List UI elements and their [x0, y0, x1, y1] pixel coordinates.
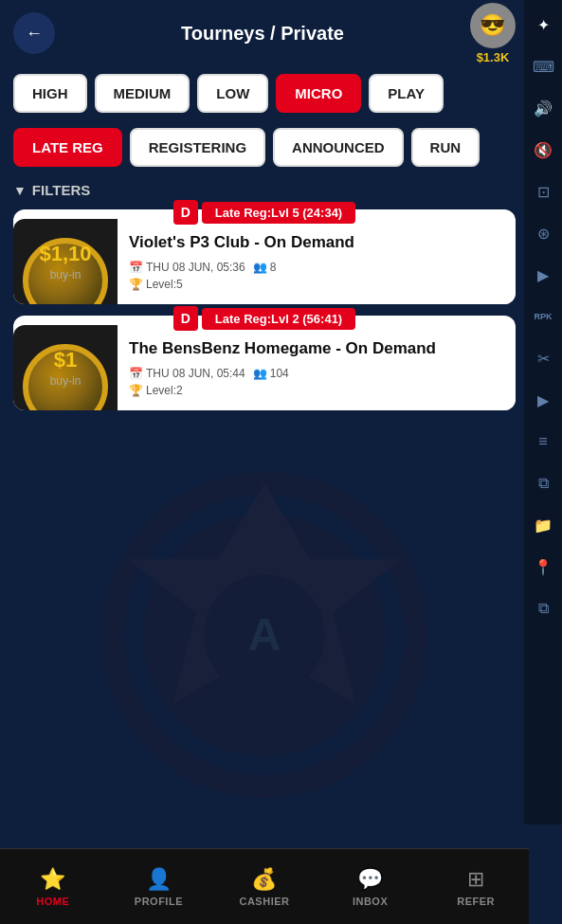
- sidebar-icon-display[interactable]: ⊡: [530, 178, 556, 205]
- sidebar-icon-keyboard[interactable]: ⌨: [530, 53, 556, 80]
- calendar-icon-1: 📅: [129, 261, 143, 274]
- sidebar-icon-menu[interactable]: ≡: [530, 428, 556, 455]
- refer-icon: ⊞: [467, 867, 484, 892]
- sidebar-icon-scissors[interactable]: ✂: [530, 345, 556, 371]
- card-2-title: The BensBenz Homegame - On Demand: [129, 338, 504, 359]
- bg-watermark: A: [27, 445, 501, 824]
- buy-in-amount-1: $1,10: [39, 242, 91, 266]
- card-1-inner: $1,10 buy-in Violet's P3 Club - On Deman…: [13, 219, 516, 304]
- profile-icon: 👤: [146, 867, 172, 892]
- badge-d-2: D: [173, 306, 198, 331]
- calendar-icon-2: 📅: [129, 367, 143, 380]
- sidebar-icon-copy[interactable]: ⧉: [530, 595, 556, 622]
- profile-label: PROFILE: [135, 896, 183, 907]
- home-label: HOME: [36, 896, 69, 907]
- home-icon: ⭐: [40, 867, 65, 892]
- filter-high[interactable]: HIGH: [13, 74, 87, 113]
- filter-icon: ▼: [13, 183, 27, 198]
- back-button[interactable]: ←: [13, 12, 55, 54]
- svg-marker-2: [128, 483, 401, 703]
- badge-late-1: Late Reg:Lvl 5 (24:34): [202, 202, 355, 224]
- svg-point-3: [204, 574, 325, 696]
- card-2-level: 🏆 Level:2: [129, 384, 504, 397]
- filter-registering[interactable]: REGISTERING: [130, 128, 265, 167]
- nav-inbox[interactable]: 💬 INBOX: [317, 867, 424, 907]
- players-icon-1: 👥: [253, 261, 267, 274]
- card-2-left: $1 buy-in: [13, 325, 118, 410]
- card-1-meta: 📅 THU 08 JUN, 05:36 👥 8: [129, 261, 504, 274]
- nav-refer[interactable]: ⊞ REFER: [423, 867, 529, 907]
- card-2-players: 👥 104: [253, 367, 289, 380]
- svg-point-1: [143, 514, 386, 756]
- cards-container: D Late Reg:Lvl 5 (24:34) $1,10 buy-in Vi…: [0, 202, 529, 418]
- sidebar-icon-rpk[interactable]: RPK: [530, 303, 556, 330]
- cashier-icon: 💰: [251, 867, 277, 892]
- tournament-card-2[interactable]: D Late Reg:Lvl 2 (56:41) $1 buy-in The B…: [13, 316, 516, 410]
- card-2-right: The BensBenz Homegame - On Demand 📅 THU …: [118, 325, 516, 410]
- level-icon-2: 🏆: [129, 384, 143, 397]
- badge-d-1: D: [173, 200, 198, 225]
- card-1-badge: D Late Reg:Lvl 5 (24:34): [13, 200, 516, 225]
- sidebar-icon-settings[interactable]: ✦: [530, 11, 556, 38]
- cashier-label: CASHIER: [239, 896, 289, 907]
- nav-home[interactable]: ⭐ HOME: [0, 867, 106, 907]
- card-1-level: 🏆 Level:5: [129, 278, 504, 291]
- nav-profile[interactable]: 👤 PROFILE: [106, 867, 212, 907]
- balance-label: $1.3K: [477, 50, 510, 64]
- filter-late-reg[interactable]: LATE REG: [13, 128, 122, 167]
- nav-cashier[interactable]: 💰 CASHIER: [211, 867, 317, 907]
- page-title: Tourneys / Private: [181, 23, 344, 45]
- refer-label: REFER: [457, 896, 495, 907]
- filter-play[interactable]: PLAY: [369, 74, 444, 113]
- inbox-icon: 💬: [357, 867, 383, 892]
- card-1-right: Violet's P3 Club - On Demand 📅 THU 08 JU…: [118, 219, 516, 304]
- tournament-card-1[interactable]: D Late Reg:Lvl 5 (24:34) $1,10 buy-in Vi…: [13, 209, 516, 304]
- card-1-left: $1,10 buy-in: [13, 219, 118, 304]
- filter-micro[interactable]: MICRO: [276, 74, 361, 113]
- badge-late-2: Late Reg:Lvl 2 (56:41): [202, 308, 355, 330]
- filter-medium[interactable]: MEDIUM: [95, 74, 190, 113]
- level-icon-1: 🏆: [129, 278, 143, 291]
- sidebar-icon-play[interactable]: ▶: [530, 262, 556, 288]
- card-1-title: Violet's P3 Club - On Demand: [129, 232, 504, 253]
- sidebar-icon-layers[interactable]: ⧉: [530, 470, 556, 497]
- sidebar-icon-refresh[interactable]: ⊛: [530, 220, 556, 246]
- bottom-nav: ⭐ HOME 👤 PROFILE 💰 CASHIER 💬 INBOX ⊞ REF…: [0, 848, 529, 924]
- filter-running[interactable]: RUN: [411, 128, 480, 167]
- avatar-container[interactable]: 😎 $1.3K: [470, 3, 516, 64]
- buy-in-label-2: buy-in: [50, 374, 82, 388]
- avatar: 😎: [470, 3, 516, 48]
- sidebar-icon-location[interactable]: 📍: [530, 553, 556, 580]
- buy-in-amount-2: $1: [54, 348, 77, 372]
- svg-point-0: [113, 483, 416, 787]
- filter-low[interactable]: LOW: [197, 74, 268, 113]
- filters-label: FILTERS: [32, 182, 90, 198]
- header: ← Tourneys / Private 😎 $1.3K: [0, 0, 529, 66]
- filter-row-1: HIGH MEDIUM LOW MICRO PLAY: [0, 66, 529, 120]
- main-content: ← Tourneys / Private 😎 $1.3K HIGH MEDIUM…: [0, 0, 529, 824]
- sidebar-icon-folder[interactable]: 📁: [530, 512, 556, 538]
- svg-text:A: A: [248, 609, 281, 660]
- buy-in-label-1: buy-in: [50, 268, 82, 281]
- card-1-date: 📅 THU 08 JUN, 05:36: [129, 261, 245, 274]
- card-2-meta: 📅 THU 08 JUN, 05:44 👥 104: [129, 367, 504, 380]
- card-2-badge: D Late Reg:Lvl 2 (56:41): [13, 306, 516, 331]
- card-2-date: 📅 THU 08 JUN, 05:44: [129, 367, 245, 380]
- card-2-inner: $1 buy-in The BensBenz Homegame - On Dem…: [13, 325, 516, 410]
- card-1-players: 👥 8: [253, 261, 277, 274]
- inbox-label: INBOX: [353, 896, 388, 907]
- sidebar-icon-volume-up[interactable]: 🔊: [530, 95, 556, 121]
- filters-section: ▼ FILTERS: [0, 174, 529, 202]
- right-sidebar: ✦ ⌨ 🔊 🔇 ⊡ ⊛ ▶ RPK ✂ ▶ ≡ ⧉ 📁 📍 ⧉: [524, 0, 562, 824]
- filter-row-2: LATE REG REGISTERING ANNOUNCED RUN: [0, 120, 529, 174]
- players-icon-2: 👥: [253, 367, 267, 380]
- sidebar-icon-video[interactable]: ▶: [530, 387, 556, 413]
- sidebar-icon-volume-off[interactable]: 🔇: [530, 136, 556, 163]
- filter-announced[interactable]: ANNOUNCED: [273, 128, 404, 167]
